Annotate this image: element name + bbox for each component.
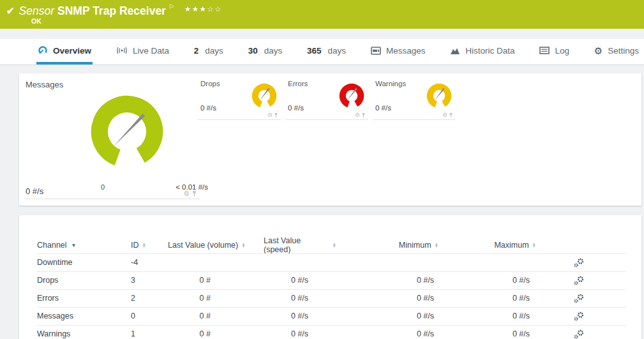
channel-minimum: 0 #/s [336, 289, 438, 307]
tab-bar: Overview Live Data 2 days 30 days 365 da… [0, 39, 644, 65]
tab-label: Historic Data [465, 46, 514, 56]
messages-gauge [79, 85, 175, 181]
flag-icon[interactable]: ⚐ [168, 4, 174, 10]
channels-table: Channel ▼ ID ▲▼ Last Value (volume) ▲▼ L… [37, 237, 626, 339]
channel-last-volume [168, 253, 264, 271]
tab-days-unit: days [205, 46, 223, 56]
messages-icon [371, 47, 381, 55]
tab-live-data[interactable]: Live Data [115, 39, 170, 64]
tab-label: Messages [386, 46, 426, 56]
channel-last-speed: 0 #/s [264, 271, 336, 289]
channels-table-panel: Channel ▼ ID ▲▼ Last Value (volume) ▲▼ L… [19, 215, 641, 339]
gauge-settings-gear-icon[interactable]: ⚙ [355, 112, 360, 118]
pin-icon[interactable] [274, 112, 278, 118]
channel-name: Errors [37, 289, 131, 307]
channel-maximum: 0 #/s [438, 325, 536, 339]
tab-2-days[interactable]: 2 days [193, 39, 225, 64]
sort-icon: ▲▼ [241, 243, 245, 248]
edit-channel-gears-icon[interactable] [536, 307, 626, 325]
tab-overview[interactable]: Overview [36, 39, 93, 64]
ok-check-icon: ✔ [6, 4, 15, 17]
channel-last-speed: 0 #/s [264, 325, 336, 339]
drops-gauge [250, 82, 278, 110]
title-prefix: Sensor [19, 4, 54, 17]
edit-channel-gears-icon[interactable] [536, 253, 626, 271]
channel-minimum [336, 253, 438, 271]
gauge-card-warnings: Warnings 0 #/s ⚙ [373, 77, 456, 120]
channel-last-speed [264, 253, 336, 271]
gear-icon: ⚙ [594, 46, 603, 56]
gauge-needle [114, 114, 145, 146]
channel-id: 1 [131, 325, 168, 339]
errors-gauge [338, 82, 366, 110]
gauge-card-messages: Messages 0 < 0.01 #/s 0 #/s ⚙ [24, 77, 200, 199]
tab-days-number: 2 [194, 46, 199, 56]
column-header-actions [536, 237, 626, 253]
column-header-last-value-speed[interactable]: Last Value (speed) ▲▼ [264, 237, 336, 253]
sensor-status-header: ✔ SensorSNMP Trap Receiver ⚐ ★★★☆☆ OK [0, 0, 644, 29]
tab-log[interactable]: Log [538, 39, 571, 64]
gauge-settings-gear-icon[interactable]: ⚙ [183, 190, 190, 197]
gauge-settings-gear-icon[interactable]: ⚙ [267, 112, 273, 118]
column-header-minimum[interactable]: Minimum ▲▼ [336, 237, 438, 253]
page-title: SensorSNMP Trap Receiver [19, 4, 166, 17]
gauge-value: 0 #/s [375, 104, 391, 112]
gauge-settings-gear-icon[interactable]: ⚙ [442, 112, 447, 118]
channel-last-volume: 0 # [168, 271, 264, 289]
tab-365-days[interactable]: 365 days [306, 39, 347, 64]
gauge-value: 0 #/s [26, 186, 43, 196]
tab-label: Live Data [133, 46, 169, 56]
channel-maximum: 0 #/s [438, 289, 536, 307]
tab-label: Overview [53, 46, 91, 56]
channel-name: Warnings [37, 325, 131, 339]
channel-minimum: 0 #/s [336, 307, 438, 325]
area-chart-icon [450, 47, 460, 55]
gauge-icon [38, 45, 48, 56]
gauge-value: 0 #/s [288, 104, 304, 112]
priority-stars[interactable]: ★★★☆☆ [184, 5, 222, 13]
gauge-card-drops: Drops 0 #/s ⚙ [198, 77, 281, 120]
channel-name: Drops [37, 271, 131, 289]
column-header-last-value-volume[interactable]: Last Value (volume) ▲▼ [168, 237, 264, 253]
channel-minimum: 0 #/s [336, 271, 438, 289]
gauges-panel: Messages 0 < 0.01 #/s 0 #/s ⚙ Drops [19, 73, 641, 206]
tab-days-number: 30 [248, 46, 258, 56]
pin-icon[interactable] [191, 190, 197, 197]
tab-30-days[interactable]: 30 days [247, 39, 284, 64]
edit-channel-gears-icon[interactable] [536, 325, 626, 339]
channel-maximum [438, 253, 536, 271]
channel-id: 3 [131, 271, 168, 289]
channel-last-speed: 0 #/s [264, 289, 336, 307]
gauge-card-errors: Errors 0 #/s ⚙ [285, 77, 368, 120]
pin-icon[interactable] [449, 112, 453, 118]
channel-name: Messages [37, 307, 131, 325]
channel-id: -4 [131, 253, 168, 271]
column-header-id[interactable]: ID ▲▼ [131, 237, 168, 253]
channel-name: Downtime [37, 253, 131, 271]
prtg-sensor-page: ✔ SensorSNMP Trap Receiver ⚐ ★★★☆☆ OK Ov… [0, 0, 644, 339]
tab-label: Log [555, 46, 569, 56]
channel-id: 2 [131, 289, 168, 307]
tab-messages[interactable]: Messages [370, 39, 427, 64]
pin-icon[interactable] [361, 112, 366, 118]
broadcast-icon [116, 46, 128, 55]
tab-label: Settings [608, 46, 639, 56]
edit-channel-gears-icon[interactable] [536, 271, 626, 289]
channel-last-volume: 0 # [168, 289, 264, 307]
sort-icon: ▲▼ [142, 243, 146, 248]
channel-minimum: 0 #/s [336, 325, 438, 339]
tab-settings[interactable]: ⚙ Settings [593, 39, 640, 64]
column-header-channel[interactable]: Channel ▼ [37, 237, 131, 253]
channel-maximum: 0 #/s [438, 307, 536, 325]
tab-days-unit: days [264, 46, 283, 56]
channel-last-speed: 0 #/s [264, 307, 336, 325]
column-header-maximum[interactable]: Maximum ▲▼ [438, 237, 536, 253]
status-badge: OK [31, 17, 41, 25]
edit-channel-gears-icon[interactable] [536, 289, 626, 307]
warnings-gauge [425, 82, 453, 110]
tab-days-number: 365 [307, 46, 322, 56]
tab-historic-data[interactable]: Historic Data [449, 39, 516, 64]
sort-descending-icon: ▼ [71, 243, 77, 248]
gauge-value: 0 #/s [200, 104, 216, 112]
channel-last-volume: 0 # [168, 325, 264, 339]
